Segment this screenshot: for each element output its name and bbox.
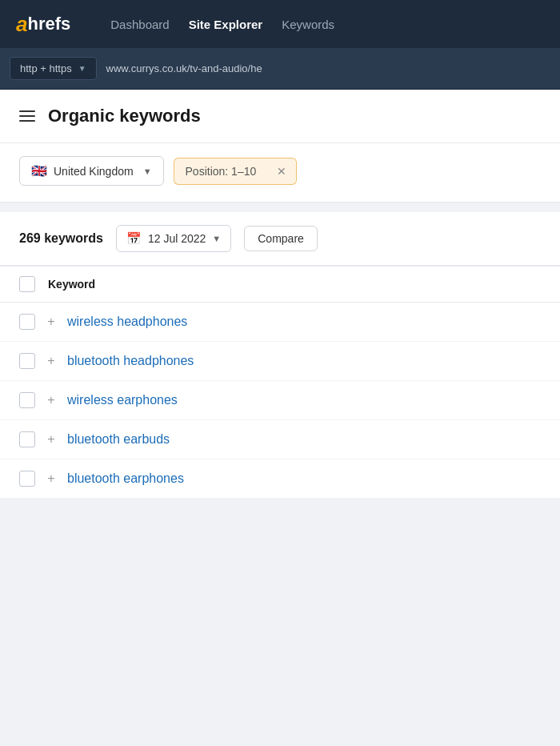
country-chevron: ▼ [143,166,152,176]
date-selector[interactable]: 📅 12 Jul 2022 ▼ [116,225,231,252]
country-name: United Kingdom [54,165,134,178]
nav-keywords[interactable]: Keywords [282,18,334,31]
protocol-chevron: ▼ [78,64,86,73]
keyword-link-5[interactable]: bluetooth earphones [67,471,184,486]
keyword-column-header: Keyword [48,278,95,291]
table-row: + wireless headphones [0,303,560,342]
date-chevron: ▼ [212,234,221,243]
row-add-icon-1[interactable]: + [45,315,58,329]
keywords-count: 269 keywords [19,231,103,246]
nav-site-explorer[interactable]: Site Explorer [189,18,263,31]
compare-button[interactable]: Compare [244,226,318,251]
position-close-button[interactable]: ✕ [267,158,297,185]
page-header: Organic keywords [0,90,560,143]
row-checkbox-3[interactable] [19,392,35,408]
url-display[interactable]: www.currys.co.uk/tv-and-audio/he [106,58,560,79]
keyword-link-3[interactable]: wireless earphones [67,393,178,407]
row-add-icon-5[interactable]: + [45,471,58,486]
row-checkbox-2[interactable] [19,353,35,369]
date-label: 12 Jul 2022 [148,232,206,245]
position-badge: Position: 1–10 [174,158,268,185]
country-filter[interactable]: 🇬🇧 United Kingdom ▼ [19,156,164,186]
table-header: Keyword [0,267,560,303]
keyword-link-4[interactable]: bluetooth earbuds [67,432,170,447]
url-bar: http + https ▼ www.currys.co.uk/tv-and-a… [0,48,560,90]
row-add-icon-2[interactable]: + [45,354,58,368]
table-row: + bluetooth headphones [0,342,560,381]
row-checkbox-1[interactable] [19,314,35,330]
country-flag: 🇬🇧 [31,163,47,178]
filters-row: 🇬🇧 United Kingdom ▼ Position: 1–10 ✕ [0,143,560,203]
protocol-selector[interactable]: http + https ▼ [10,57,97,80]
keyword-link-2[interactable]: bluetooth headphones [67,354,194,368]
keyword-link-1[interactable]: wireless headphones [67,315,187,329]
logo-a: a [16,12,27,37]
row-checkbox-4[interactable] [19,431,35,447]
keywords-table: Keyword + wireless headphones + bluetoot… [0,267,560,499]
nav-dashboard[interactable]: Dashboard [110,18,169,31]
main-content: Organic keywords 🇬🇧 United Kingdom ▼ Pos… [0,90,560,499]
protocol-label: http + https [20,62,72,74]
page-title: Organic keywords [48,106,201,126]
position-filter: Position: 1–10 ✕ [174,158,298,185]
logo: ahrefs [16,12,70,37]
keywords-bar: 269 keywords 📅 12 Jul 2022 ▼ Compare [0,212,560,267]
table-row: + bluetooth earphones [0,459,560,499]
row-add-icon-3[interactable]: + [45,393,58,407]
table-row: + wireless earphones [0,381,560,420]
row-checkbox-5[interactable] [19,471,35,487]
logo-hrefs: hrefs [27,14,70,34]
select-all-checkbox[interactable] [19,276,35,292]
nav-links: Dashboard Site Explorer Keywords [110,18,334,31]
row-add-icon-4[interactable]: + [45,432,58,447]
top-navigation: ahrefs Dashboard Site Explorer Keywords [0,0,560,48]
table-row: + bluetooth earbuds [0,420,560,459]
hamburger-menu-icon[interactable] [19,110,35,122]
calendar-icon: 📅 [126,231,142,246]
